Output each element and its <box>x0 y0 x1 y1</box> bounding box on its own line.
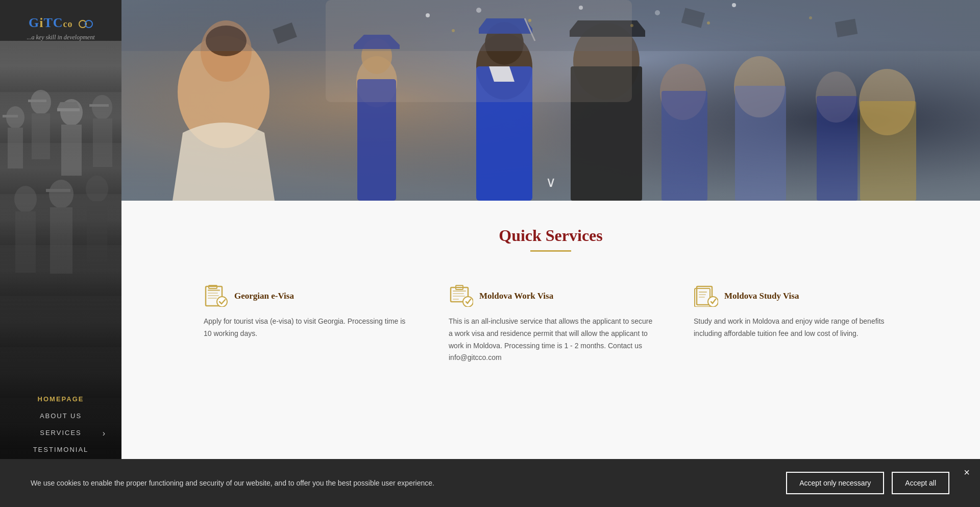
svg-rect-45 <box>662 91 707 201</box>
service-georgian-visa-name: Georgian e-Visa <box>234 291 294 301</box>
scroll-arrow[interactable]: ∨ <box>546 174 556 190</box>
hero-background <box>121 0 980 201</box>
service-moldova-work-header: Moldova Work Visa <box>449 282 653 309</box>
accept-all-button[interactable]: Accept all <box>892 472 949 494</box>
service-moldova-work-name: Moldova Work Visa <box>479 291 553 301</box>
moldova-study-icon <box>694 282 718 309</box>
cookie-close-button[interactable]: × <box>964 467 970 478</box>
svg-point-54 <box>476 8 481 13</box>
svg-rect-49 <box>817 96 857 201</box>
svg-point-60 <box>732 3 736 7</box>
hero-section: ∨ <box>121 0 980 201</box>
svg-rect-6 <box>32 113 50 159</box>
moldova-work-icon <box>449 282 473 309</box>
svg-point-12 <box>92 95 112 119</box>
svg-rect-19 <box>46 189 70 192</box>
cookie-buttons: Accept only necessary Accept all <box>786 472 949 494</box>
svg-rect-75 <box>453 291 466 292</box>
services-title: Quick Services <box>152 226 949 245</box>
logo-co: co <box>63 19 73 29</box>
svg-rect-69 <box>208 293 218 294</box>
svg-rect-85 <box>699 297 705 298</box>
sidebar: GiTCco ...a key skill in development <box>0 0 121 507</box>
service-moldova-study: Moldova Study Visa Study and work in Mol… <box>683 277 908 369</box>
svg-point-73 <box>217 297 227 307</box>
svg-rect-13 <box>93 118 112 167</box>
svg-rect-7 <box>28 100 46 102</box>
nav-testimonial[interactable]: TESTIMONIAL <box>0 441 121 458</box>
svg-rect-4 <box>3 115 18 117</box>
logo: GiTCco ...a key skill in development <box>27 15 95 41</box>
georgian-visa-icon <box>204 282 228 309</box>
svg-rect-14 <box>89 104 109 107</box>
service-moldova-study-name: Moldova Study Visa <box>724 291 799 301</box>
svg-rect-3 <box>8 128 23 168</box>
svg-rect-83 <box>699 292 707 293</box>
svg-rect-51 <box>326 0 632 102</box>
svg-point-52 <box>426 13 430 17</box>
services-divider <box>530 250 571 252</box>
svg-point-57 <box>630 24 633 27</box>
logo-tagline: ...a key skill in development <box>27 34 95 41</box>
svg-point-55 <box>528 19 531 22</box>
service-georgian-visa-desc: Apply for tourist visa (e-visa) to visit… <box>204 316 408 340</box>
svg-marker-11 <box>57 102 80 108</box>
svg-rect-47 <box>735 86 786 201</box>
svg-point-20 <box>86 176 108 202</box>
nav-homepage[interactable]: HOMEPAGE <box>0 391 121 407</box>
main-content: ∨ Quick Services <box>121 0 980 507</box>
svg-point-56 <box>579 6 583 10</box>
logo-text: GiTCco <box>27 15 95 31</box>
services-grid: Georgian e-Visa Apply for tourist visa (… <box>193 277 908 369</box>
svg-rect-77 <box>453 296 465 297</box>
service-moldova-work-desc: This is an all-inclusive service that al… <box>449 316 653 364</box>
nav-about[interactable]: ABOUT US <box>0 407 121 424</box>
svg-rect-63 <box>860 101 916 201</box>
svg-point-61 <box>809 16 812 19</box>
service-moldova-study-desc: Study and work in Moldova and enjoy wide… <box>694 316 898 340</box>
logo-circles <box>79 17 93 31</box>
service-georgian-visa: Georgian e-Visa Apply for tourist visa (… <box>193 277 418 369</box>
cookie-banner: We use cookies to enable the proper func… <box>0 459 980 507</box>
svg-rect-71 <box>208 298 217 299</box>
service-moldova-study-header: Moldova Study Visa <box>694 282 898 309</box>
svg-point-53 <box>452 29 455 32</box>
service-georgian-visa-header: Georgian e-Visa <box>204 282 408 309</box>
svg-rect-10 <box>57 108 80 111</box>
nav-services[interactable]: SERVICES <box>0 424 121 441</box>
svg-point-58 <box>655 10 660 15</box>
svg-point-59 <box>707 21 710 25</box>
service-moldova-work: Moldova Work Visa This is an all-inclusi… <box>438 277 663 369</box>
svg-rect-79 <box>453 299 459 300</box>
cookie-message: We use cookies to enable the proper func… <box>31 477 434 489</box>
svg-rect-76 <box>453 293 464 294</box>
logo-gitc: GiTC <box>29 15 63 30</box>
svg-rect-70 <box>208 295 219 296</box>
svg-rect-84 <box>699 294 706 295</box>
accept-necessary-button[interactable]: Accept only necessary <box>786 472 884 494</box>
svg-rect-68 <box>208 289 220 291</box>
svg-rect-9 <box>61 125 82 176</box>
